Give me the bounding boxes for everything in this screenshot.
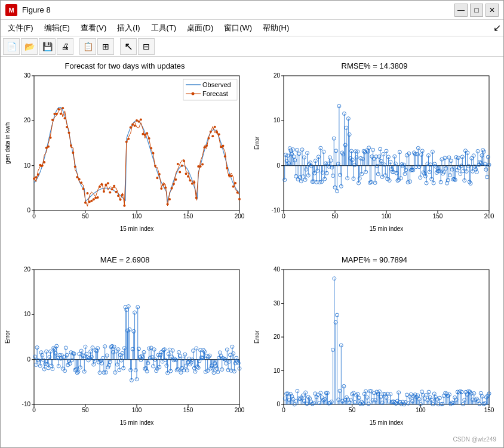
title-bar: M Figure 8 — □ ✕ xyxy=(1,1,503,20)
toolbar: 📄 📂 💾 🖨 📋 ⊞ ↖ ⊟ xyxy=(1,36,503,57)
menu-arrow: ↙ xyxy=(493,22,501,33)
window-controls: — □ ✕ xyxy=(454,4,499,17)
menu-tools[interactable]: 工具(T) xyxy=(146,21,182,35)
window-title: Figure 8 xyxy=(22,5,51,14)
save-button[interactable]: 💾 xyxy=(39,38,56,55)
open-button[interactable]: 📂 xyxy=(21,38,38,55)
print-button[interactable]: 🖨 xyxy=(57,38,73,55)
minimize-button[interactable]: — xyxy=(454,4,468,17)
menu-window[interactable]: 窗口(W) xyxy=(219,21,257,35)
menu-help[interactable]: 帮助(H) xyxy=(258,21,294,35)
menu-bar: 文件(F) 编辑(E) 查看(V) 插入(I) 工具(T) 桌面(D) 窗口(W… xyxy=(1,20,503,36)
plots-area: CSDN @wlz249 xyxy=(1,57,503,447)
menu-insert[interactable]: 插入(I) xyxy=(112,21,145,35)
export-button[interactable]: 📋 xyxy=(79,38,96,55)
menu-file[interactable]: 文件(F) xyxy=(3,21,38,35)
app-icon: M xyxy=(5,4,17,16)
main-window: M Figure 8 — □ ✕ 文件(F) 编辑(E) 查看(V) 插入(I)… xyxy=(0,0,504,448)
maximize-button[interactable]: □ xyxy=(470,4,483,17)
plot-top-right xyxy=(253,59,501,252)
menu-view[interactable]: 查看(V) xyxy=(76,21,111,35)
grid-button[interactable]: ⊞ xyxy=(97,38,114,55)
zoom-button[interactable]: ⊟ xyxy=(138,38,155,55)
plot-bottom-right: CSDN @wlz249 xyxy=(253,253,501,446)
menu-edit[interactable]: 编辑(E) xyxy=(39,21,75,35)
title-bar-left: M Figure 8 xyxy=(5,4,51,16)
plot-bottom-left xyxy=(3,253,251,446)
watermark: CSDN @wlz249 xyxy=(453,436,496,443)
plot-top-left xyxy=(3,59,251,252)
new-file-button[interactable]: 📄 xyxy=(3,38,20,55)
cursor-button[interactable]: ↖ xyxy=(120,38,137,55)
close-button[interactable]: ✕ xyxy=(485,4,499,17)
menu-desktop[interactable]: 桌面(D) xyxy=(182,21,218,35)
